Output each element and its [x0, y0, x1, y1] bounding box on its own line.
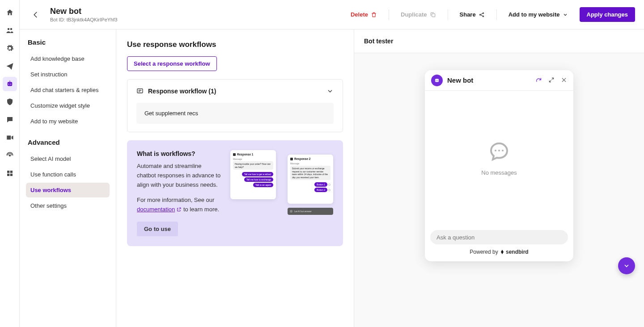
rail-app[interactable]: [3, 166, 17, 180]
info-card: What is workflows? Automate and streamli…: [127, 140, 343, 246]
svg-point-1: [479, 14, 480, 15]
sidebar-item-function-calls[interactable]: Use function calls: [26, 167, 110, 182]
broadcast-icon: [6, 151, 14, 159]
bot-icon: [434, 77, 440, 84]
rail-settings[interactable]: [3, 41, 17, 55]
rail-chat[interactable]: [3, 113, 17, 127]
icon-rail: [0, 0, 20, 327]
paper-plane-icon: [6, 62, 14, 70]
widget-body: No messages: [425, 91, 573, 226]
svg-point-7: [502, 150, 504, 151]
widget-input-wrap[interactable]: [430, 230, 568, 244]
back-button[interactable]: [29, 8, 43, 22]
rail-video[interactable]: [3, 130, 17, 145]
arrow-left-icon: [32, 11, 40, 19]
info-body: Automate and streamline chatbot response…: [137, 162, 221, 189]
trash-icon: [371, 12, 377, 18]
sidebar-item-knowledge-base[interactable]: Add knowledge base: [26, 51, 110, 66]
settings-sidebar: Basic Add knowledge base Set instruction…: [20, 29, 116, 327]
copy-icon: [430, 12, 436, 18]
sidebar-heading-advanced: Advanced: [26, 138, 110, 146]
info-illustration: Response 1 Message Having trouble your o…: [230, 150, 333, 215]
svg-rect-0: [432, 13, 435, 17]
delete-button[interactable]: Delete: [346, 8, 381, 21]
sidebar-item-workflows[interactable]: Use workflows: [26, 183, 110, 197]
people-icon: [6, 26, 14, 34]
sidebar-item-add-website[interactable]: Add to my website: [26, 114, 110, 129]
sidebar-item-widget-style[interactable]: Customize widget style: [26, 98, 110, 113]
apply-changes-button[interactable]: Apply changes: [580, 7, 635, 22]
widget-title: New bot: [447, 76, 531, 84]
sidebar-item-ai-model[interactable]: Select AI model: [26, 151, 110, 166]
shield-icon: [6, 98, 14, 106]
main-panel: Use response workflows Select a response…: [116, 29, 354, 327]
app-icon: [6, 169, 14, 177]
gear-icon: [6, 44, 14, 52]
bot-icon: [6, 80, 14, 88]
select-workflow-button[interactable]: Select a response workflow: [127, 56, 217, 71]
page-title: New bot: [50, 7, 117, 16]
sidebar-heading-basic: Basic: [26, 38, 110, 46]
go-to-use-button[interactable]: Go to use: [137, 222, 178, 236]
workflow-item[interactable]: Get supplement recs: [136, 103, 334, 124]
svg-rect-4: [137, 89, 143, 93]
home-icon: [6, 8, 14, 17]
video-icon: [6, 134, 14, 142]
close-icon: [561, 77, 567, 83]
chat-icon: [6, 116, 14, 124]
svg-point-6: [498, 150, 500, 151]
add-to-website-dropdown[interactable]: Add to my website: [504, 8, 572, 21]
no-messages-label: No messages: [481, 169, 517, 176]
widget-expand-button[interactable]: [548, 77, 555, 84]
expand-icon: [548, 77, 555, 83]
rail-bot[interactable]: [3, 77, 17, 91]
rail-people[interactable]: [3, 23, 17, 38]
share-icon: [479, 12, 485, 18]
svg-point-3: [483, 16, 483, 17]
sidebar-item-chat-starters[interactable]: Add chat starters & replies: [26, 83, 110, 97]
chevron-down-icon: [563, 12, 568, 17]
sendbird-logo-icon: [500, 249, 505, 255]
info-title: What is workflows?: [137, 150, 221, 157]
widget-refresh-button[interactable]: [535, 77, 542, 84]
rail-home[interactable]: [3, 5, 17, 20]
workflow-card: Response workflow (1) Get supplement rec…: [127, 79, 343, 132]
workflow-header[interactable]: Response workflow (1): [136, 88, 334, 95]
widget-header: New bot: [425, 70, 573, 91]
chevron-down-icon: [623, 262, 630, 269]
documentation-link[interactable]: documentation: [137, 206, 182, 213]
workflow-icon: [136, 88, 144, 95]
widget-collapse-fab[interactable]: [618, 257, 635, 274]
page-header: New bot Bot ID: tB3jnktk4AQKirIPeYhf3 De…: [20, 0, 644, 29]
widget-input[interactable]: [436, 234, 562, 241]
rail-send[interactable]: [3, 59, 17, 73]
duplicate-button[interactable]: Duplicate: [396, 8, 441, 21]
widget-footer: Powered by sendbird: [425, 249, 573, 261]
share-button[interactable]: Share: [455, 8, 489, 21]
chevron-down-icon: [326, 88, 334, 95]
external-link-icon: [176, 207, 182, 212]
bot-id-label: Bot ID: tB3jnktk4AQKirIPeYhf3: [50, 17, 117, 22]
refresh-icon: [535, 77, 542, 84]
rail-broadcast[interactable]: [3, 148, 17, 163]
svg-point-2: [483, 13, 483, 13]
bot-tester-panel: Bot tester New bot: [354, 29, 644, 327]
sidebar-item-instruction[interactable]: Set instruction: [26, 67, 110, 82]
chat-bubble-icon: [488, 141, 510, 162]
section-heading: Use response workflows: [127, 40, 343, 49]
info-more: For more information, See our documentat…: [137, 196, 221, 214]
workflow-title: Response workflow (1): [148, 88, 322, 95]
svg-point-5: [495, 150, 496, 151]
powered-brand: sendbird: [506, 249, 529, 255]
widget-close-button[interactable]: [561, 77, 567, 84]
chat-widget: New bot No messages: [425, 70, 573, 261]
rail-shield[interactable]: [3, 95, 17, 109]
sidebar-item-other-settings[interactable]: Other settings: [26, 198, 110, 213]
widget-avatar: [431, 75, 443, 86]
bot-tester-heading: Bot tester: [354, 29, 644, 53]
